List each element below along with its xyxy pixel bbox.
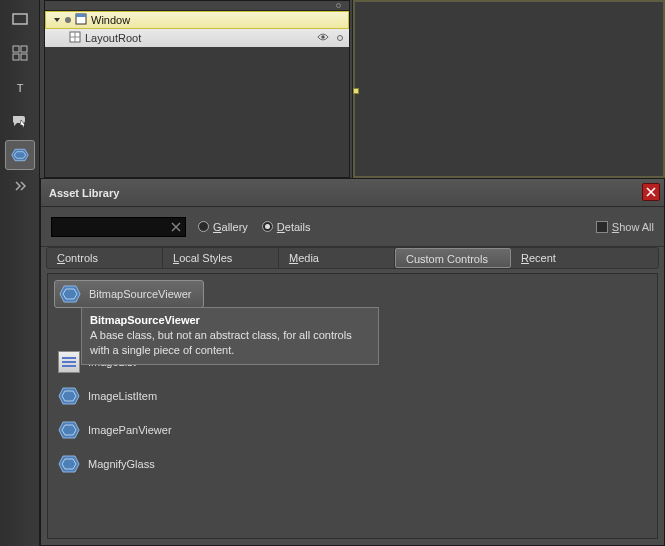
tool-grid[interactable]: [5, 38, 35, 68]
tab-custom-controls[interactable]: Custom Controls: [395, 248, 511, 268]
tab-media[interactable]: Media: [279, 248, 395, 268]
tab-local-styles[interactable]: Local Styles: [163, 248, 279, 268]
dialog-titlebar[interactable]: Asset Library: [41, 179, 664, 207]
svg-rect-2: [21, 46, 27, 52]
view-mode-group: Gallery Details: [198, 221, 311, 233]
svg-text:T: T: [16, 82, 23, 94]
objects-header: [45, 1, 349, 11]
scope-dot-icon: [65, 17, 71, 23]
clear-search-button[interactable]: [168, 219, 184, 235]
tooltip-title: BitmapSourceViewer: [90, 314, 370, 326]
search-field-wrap: [51, 217, 186, 237]
show-all-checkbox[interactable]: Show All: [596, 221, 654, 233]
tree-collapse-icon[interactable]: [52, 16, 61, 25]
asset-item-label: ImageListItem: [88, 390, 157, 402]
toolbar-expand[interactable]: [5, 176, 35, 196]
outline-row-layoutroot[interactable]: LayoutRoot: [45, 29, 349, 47]
svg-rect-1: [13, 46, 19, 52]
asset-item-bitmapsourceviewer[interactable]: BitmapSourceViewer: [54, 280, 204, 308]
outline-row-window[interactable]: Window: [45, 11, 349, 29]
tab-recent[interactable]: Recent: [511, 248, 627, 268]
dialog-title-text: Asset Library: [49, 187, 119, 199]
left-toolbar: T: [0, 0, 40, 546]
panel-options-icon[interactable]: [336, 3, 341, 8]
show-all-input[interactable]: [596, 221, 608, 233]
tooltip-body: A base class, but not an abstract class,…: [90, 328, 370, 358]
asset-tooltip: BitmapSourceViewer A base class, but not…: [81, 307, 379, 365]
dialog-toolbar: Gallery Details Show All: [41, 207, 664, 247]
grid-icon: [69, 31, 81, 45]
asset-item-magnifyglass[interactable]: MagnifyGlass: [54, 450, 651, 478]
resize-handle-icon[interactable]: [353, 88, 359, 94]
radio-gallery-input[interactable]: [198, 221, 209, 232]
window-icon: [75, 13, 87, 27]
control-hex-icon: [58, 387, 80, 405]
outline-layout-label: LayoutRoot: [85, 32, 141, 44]
control-hex-icon: [58, 421, 80, 439]
outline-window-label: Window: [91, 14, 130, 26]
close-button[interactable]: [642, 183, 660, 201]
radio-details-label: Details: [277, 221, 311, 233]
control-hex-icon: [58, 455, 80, 473]
objects-panel: Window LayoutRoot: [44, 0, 350, 178]
svg-rect-3: [13, 54, 19, 60]
lock-dot-icon[interactable]: [337, 35, 343, 41]
asset-item-label: MagnifyGlass: [88, 458, 155, 470]
tab-custom-controls-label: Custom Controls: [406, 253, 488, 265]
show-all-label: Show All: [612, 221, 654, 233]
imagelist-icon: [58, 351, 80, 373]
tool-asset-library[interactable]: [5, 140, 35, 170]
asset-item-label: BitmapSourceViewer: [89, 288, 192, 300]
svg-rect-9: [76, 14, 86, 17]
asset-item-imagepanviewer[interactable]: ImagePanViewer: [54, 416, 651, 444]
selection-border: [353, 0, 665, 178]
tool-cursor-speech[interactable]: [5, 106, 35, 136]
svg-rect-0: [13, 14, 27, 24]
radio-details-input[interactable]: [262, 221, 273, 232]
asset-item-label: ImagePanViewer: [88, 424, 172, 436]
search-input[interactable]: [51, 217, 186, 237]
svg-rect-4: [21, 54, 27, 60]
radio-gallery[interactable]: Gallery: [198, 221, 248, 233]
asset-library-dialog: Asset Library Gallery Details Show All: [40, 178, 665, 546]
tool-text[interactable]: T: [5, 72, 35, 102]
tab-controls[interactable]: Controls: [47, 248, 163, 268]
radio-details[interactable]: Details: [262, 221, 311, 233]
asset-item-imagelistitem[interactable]: ImageListItem: [54, 382, 651, 410]
control-hex-icon: [59, 285, 81, 303]
visibility-eye-icon[interactable]: [317, 31, 329, 45]
asset-list: BitmapSourceViewer ImageList ImageListIt…: [47, 273, 658, 539]
radio-gallery-label: Gallery: [213, 221, 248, 233]
tool-rectangle[interactable]: [5, 4, 35, 34]
category-tabs: Controls Local Styles Media Custom Contr…: [46, 247, 659, 269]
design-canvas[interactable]: [352, 0, 665, 178]
svg-point-13: [321, 35, 324, 38]
